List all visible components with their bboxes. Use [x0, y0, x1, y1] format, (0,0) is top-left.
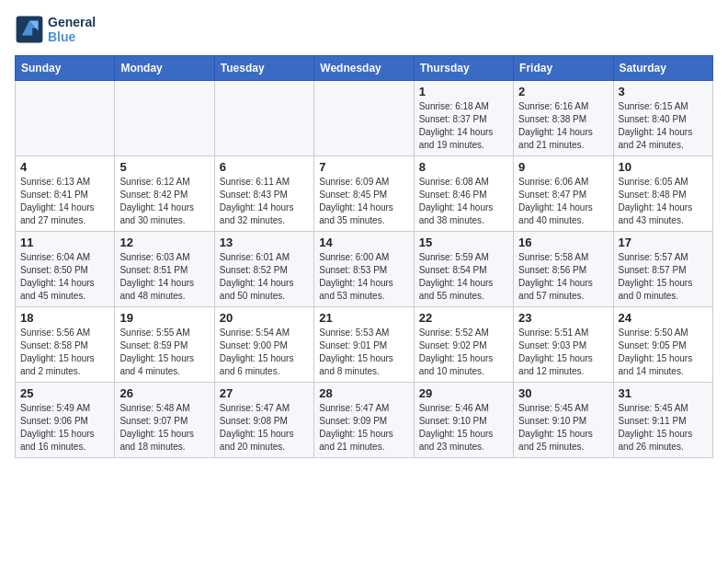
logo: General Blue — [15, 15, 96, 44]
calendar-cell: 4Sunrise: 6:13 AM Sunset: 8:41 PM Daylig… — [16, 156, 115, 232]
calendar-cell: 17Sunrise: 5:57 AM Sunset: 8:57 PM Dayli… — [613, 232, 712, 307]
day-info: Sunrise: 6:09 AM Sunset: 8:45 PM Dayligh… — [319, 176, 408, 227]
day-info: Sunrise: 5:56 AM Sunset: 8:58 PM Dayligh… — [20, 327, 109, 378]
calendar-cell: 9Sunrise: 6:06 AM Sunset: 8:47 PM Daylig… — [514, 156, 613, 232]
day-number: 26 — [119, 386, 209, 400]
weekday-header-sunday: Sunday — [16, 56, 115, 81]
day-number: 24 — [619, 311, 708, 325]
calendar-cell: 3Sunrise: 6:15 AM Sunset: 8:40 PM Daylig… — [613, 81, 712, 156]
calendar-cell: 7Sunrise: 6:09 AM Sunset: 8:45 PM Daylig… — [314, 156, 414, 232]
day-info: Sunrise: 5:49 AM Sunset: 9:06 PM Dayligh… — [20, 402, 109, 454]
weekday-header-monday: Monday — [115, 56, 214, 81]
calendar-cell: 26Sunrise: 5:48 AM Sunset: 9:07 PM Dayli… — [115, 383, 214, 458]
weekday-header-friday: Friday — [514, 56, 613, 81]
day-number: 25 — [20, 386, 109, 400]
day-number: 18 — [20, 311, 109, 325]
calendar-cell: 21Sunrise: 5:53 AM Sunset: 9:01 PM Dayli… — [314, 307, 414, 383]
day-number: 28 — [319, 386, 408, 400]
day-info: Sunrise: 5:46 AM Sunset: 9:10 PM Dayligh… — [419, 402, 508, 454]
day-number: 27 — [220, 386, 309, 400]
day-number: 29 — [419, 386, 508, 400]
calendar-cell: 29Sunrise: 5:46 AM Sunset: 9:10 PM Dayli… — [414, 383, 513, 458]
calendar-week-3: 11Sunrise: 6:04 AM Sunset: 8:50 PM Dayli… — [16, 232, 713, 307]
calendar-week-2: 4Sunrise: 6:13 AM Sunset: 8:41 PM Daylig… — [16, 156, 713, 232]
day-info: Sunrise: 6:11 AM Sunset: 8:43 PM Dayligh… — [220, 176, 309, 227]
weekday-header-saturday: Saturday — [613, 56, 712, 81]
header: General Blue — [15, 15, 713, 44]
day-info: Sunrise: 5:48 AM Sunset: 9:07 PM Dayligh… — [119, 402, 209, 454]
day-info: Sunrise: 6:16 AM Sunset: 8:38 PM Dayligh… — [518, 100, 608, 152]
day-number: 31 — [619, 386, 708, 400]
calendar-week-4: 18Sunrise: 5:56 AM Sunset: 8:58 PM Dayli… — [16, 307, 713, 383]
calendar-cell: 30Sunrise: 5:45 AM Sunset: 9:10 PM Dayli… — [514, 383, 613, 458]
calendar-cell — [115, 81, 214, 156]
weekday-header-tuesday: Tuesday — [214, 56, 313, 81]
day-number: 23 — [518, 311, 608, 325]
day-number: 20 — [220, 311, 309, 325]
calendar-cell: 27Sunrise: 5:47 AM Sunset: 9:08 PM Dayli… — [214, 383, 313, 458]
calendar-cell: 6Sunrise: 6:11 AM Sunset: 8:43 PM Daylig… — [214, 156, 313, 232]
day-info: Sunrise: 6:15 AM Sunset: 8:40 PM Dayligh… — [619, 100, 708, 152]
calendar-cell: 18Sunrise: 5:56 AM Sunset: 8:58 PM Dayli… — [16, 307, 115, 383]
day-info: Sunrise: 5:51 AM Sunset: 9:03 PM Dayligh… — [518, 327, 608, 378]
day-info: Sunrise: 5:53 AM Sunset: 9:01 PM Dayligh… — [319, 327, 408, 378]
day-number: 5 — [119, 160, 209, 174]
calendar-cell: 24Sunrise: 5:50 AM Sunset: 9:05 PM Dayli… — [613, 307, 712, 383]
calendar-cell — [314, 81, 414, 156]
calendar-cell: 15Sunrise: 5:59 AM Sunset: 8:54 PM Dayli… — [414, 232, 513, 307]
day-number: 2 — [518, 85, 608, 98]
day-number: 15 — [419, 236, 508, 249]
day-number: 13 — [220, 236, 309, 249]
calendar-cell: 16Sunrise: 5:58 AM Sunset: 8:56 PM Dayli… — [514, 232, 613, 307]
calendar-cell: 23Sunrise: 5:51 AM Sunset: 9:03 PM Dayli… — [514, 307, 613, 383]
day-number: 7 — [319, 160, 408, 174]
calendar-cell: 2Sunrise: 6:16 AM Sunset: 8:38 PM Daylig… — [514, 81, 613, 156]
day-info: Sunrise: 6:13 AM Sunset: 8:41 PM Dayligh… — [20, 176, 109, 227]
weekday-header-row: SundayMondayTuesdayWednesdayThursdayFrid… — [16, 56, 713, 81]
calendar-cell — [16, 81, 115, 156]
day-info: Sunrise: 6:00 AM Sunset: 8:53 PM Dayligh… — [319, 251, 408, 303]
day-number: 12 — [119, 236, 209, 249]
calendar-cell: 8Sunrise: 6:08 AM Sunset: 8:46 PM Daylig… — [414, 156, 513, 232]
logo-icon — [15, 15, 44, 44]
day-number: 8 — [419, 160, 508, 174]
day-number: 11 — [20, 236, 109, 249]
day-number: 9 — [518, 160, 608, 174]
calendar-cell: 13Sunrise: 6:01 AM Sunset: 8:52 PM Dayli… — [214, 232, 313, 307]
calendar-cell: 22Sunrise: 5:52 AM Sunset: 9:02 PM Dayli… — [414, 307, 513, 383]
calendar-cell: 31Sunrise: 5:45 AM Sunset: 9:11 PM Dayli… — [613, 383, 712, 458]
day-number: 6 — [220, 160, 309, 174]
calendar-table: SundayMondayTuesdayWednesdayThursdayFrid… — [15, 55, 713, 458]
calendar-cell: 25Sunrise: 5:49 AM Sunset: 9:06 PM Dayli… — [16, 383, 115, 458]
calendar-cell: 11Sunrise: 6:04 AM Sunset: 8:50 PM Dayli… — [16, 232, 115, 307]
calendar-cell: 20Sunrise: 5:54 AM Sunset: 9:00 PM Dayli… — [214, 307, 313, 383]
day-info: Sunrise: 6:03 AM Sunset: 8:51 PM Dayligh… — [119, 251, 209, 303]
day-info: Sunrise: 5:47 AM Sunset: 9:09 PM Dayligh… — [319, 402, 408, 454]
calendar-cell: 14Sunrise: 6:00 AM Sunset: 8:53 PM Dayli… — [314, 232, 414, 307]
calendar-cell — [214, 81, 313, 156]
day-info: Sunrise: 5:59 AM Sunset: 8:54 PM Dayligh… — [419, 251, 508, 303]
calendar-cell: 28Sunrise: 5:47 AM Sunset: 9:09 PM Dayli… — [314, 383, 414, 458]
day-info: Sunrise: 5:58 AM Sunset: 8:56 PM Dayligh… — [518, 251, 608, 303]
calendar-cell: 10Sunrise: 6:05 AM Sunset: 8:48 PM Dayli… — [613, 156, 712, 232]
logo-text: General Blue — [48, 15, 96, 44]
calendar-cell: 19Sunrise: 5:55 AM Sunset: 8:59 PM Dayli… — [115, 307, 214, 383]
day-number: 10 — [619, 160, 708, 174]
day-info: Sunrise: 5:45 AM Sunset: 9:11 PM Dayligh… — [619, 402, 708, 454]
day-info: Sunrise: 6:08 AM Sunset: 8:46 PM Dayligh… — [419, 176, 508, 227]
day-info: Sunrise: 5:45 AM Sunset: 9:10 PM Dayligh… — [518, 402, 608, 454]
calendar-week-1: 1Sunrise: 6:18 AM Sunset: 8:37 PM Daylig… — [16, 81, 713, 156]
day-info: Sunrise: 6:12 AM Sunset: 8:42 PM Dayligh… — [119, 176, 209, 227]
day-number: 14 — [319, 236, 408, 249]
day-info: Sunrise: 6:01 AM Sunset: 8:52 PM Dayligh… — [220, 251, 309, 303]
day-info: Sunrise: 5:57 AM Sunset: 8:57 PM Dayligh… — [619, 251, 708, 303]
day-number: 21 — [319, 311, 408, 325]
day-number: 16 — [518, 236, 608, 249]
calendar-week-5: 25Sunrise: 5:49 AM Sunset: 9:06 PM Dayli… — [16, 383, 713, 458]
day-number: 30 — [518, 386, 608, 400]
day-number: 1 — [419, 85, 508, 98]
day-info: Sunrise: 5:52 AM Sunset: 9:02 PM Dayligh… — [419, 327, 508, 378]
day-number: 19 — [119, 311, 209, 325]
calendar-cell: 12Sunrise: 6:03 AM Sunset: 8:51 PM Dayli… — [115, 232, 214, 307]
day-info: Sunrise: 6:18 AM Sunset: 8:37 PM Dayligh… — [419, 100, 508, 152]
